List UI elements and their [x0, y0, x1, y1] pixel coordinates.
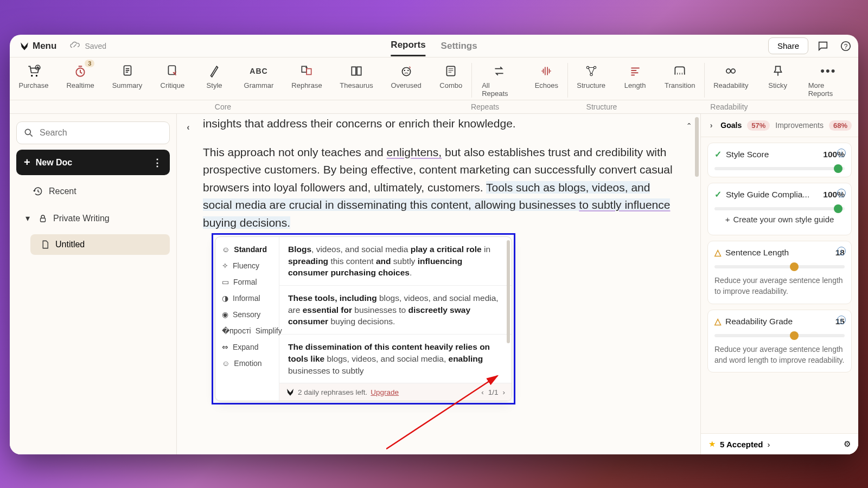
mode-expand[interactable]: ⇔Expand — [215, 339, 279, 355]
mode-simplify[interactable]: �простiSimplify — [215, 323, 279, 339]
tool-transition[interactable]: Transition — [656, 61, 704, 100]
pager-next-icon[interactable]: › — [503, 388, 506, 396]
pager-count: 1/1 — [488, 388, 499, 396]
menu-button[interactable]: Menu — [14, 38, 62, 54]
search-icon — [23, 127, 34, 138]
doc-line: insights that address their concerns or … — [203, 115, 680, 133]
smile-icon: ☺ — [222, 245, 229, 254]
left-sidebar: + New Doc ⋮ Recent ▾ Private Writing Unt… — [10, 114, 177, 454]
chat-icon: ◑ — [222, 294, 228, 303]
info-icon[interactable]: i — [837, 149, 846, 157]
plus-icon: + — [24, 156, 30, 169]
tool-summary[interactable]: Summary — [103, 61, 151, 100]
mode-sensory[interactable]: ◉Sensory — [215, 306, 279, 323]
realtime-badge: 3 — [85, 60, 94, 67]
card-style-score[interactable]: i ✓Style Score100% — [707, 143, 852, 177]
help-icon[interactable]: ? — [838, 38, 854, 54]
tool-readability[interactable]: Readability — [705, 61, 757, 100]
slider[interactable] — [714, 167, 845, 170]
info-icon[interactable]: i — [837, 247, 846, 255]
mode-informal[interactable]: ◑Informal — [215, 290, 279, 306]
suggestion-3[interactable]: The dissemination of this content heavil… — [279, 335, 512, 383]
tool-length[interactable]: Length — [615, 61, 656, 100]
chevron-down-icon: ▾ — [23, 213, 33, 223]
svg-text:?: ? — [844, 42, 848, 50]
file-icon — [40, 240, 50, 249]
svg-point-2 — [31, 75, 33, 76]
info-icon[interactable]: i — [837, 316, 846, 324]
sidebar-recent[interactable]: Recent — [26, 181, 170, 202]
tool-critique[interactable]: Critique — [151, 61, 194, 100]
slider[interactable] — [714, 265, 845, 268]
svg-point-12 — [407, 70, 409, 71]
tool-style[interactable]: Style — [194, 61, 235, 100]
lock-icon — [38, 214, 48, 223]
rephrase-mode-list: ☺Standard ✧Fluency ▭Formal ◑Informal ◉Se… — [215, 237, 279, 401]
suggestions-scrollbar[interactable] — [507, 240, 510, 343]
tool-echoes[interactable]: Echoes — [526, 61, 567, 100]
mode-formal[interactable]: ▭Formal — [215, 274, 279, 290]
svg-point-3 — [36, 75, 37, 76]
suggestion-2[interactable]: These tools, including blogs, videos, an… — [279, 286, 512, 335]
tool-overused[interactable]: Overused — [382, 61, 430, 100]
collapse-panel-icon[interactable]: › — [707, 119, 715, 131]
mode-fluency[interactable]: ✧Fluency — [215, 258, 279, 274]
card-sentence-length[interactable]: i △Sentence Length18 Reduce your average… — [707, 241, 852, 304]
tool-combo[interactable]: Combo — [430, 61, 471, 100]
card-readability-grade[interactable]: i △Readability Grade15 Reduce your avera… — [707, 310, 852, 373]
slider[interactable] — [714, 207, 845, 210]
comments-icon[interactable] — [815, 38, 831, 54]
create-style-guide[interactable]: +Create your own style guide — [714, 210, 845, 228]
new-doc-button[interactable]: + New Doc ⋮ — [16, 150, 170, 175]
accepted-footer[interactable]: ★ 5 Accepted › ⚙ — [701, 433, 858, 454]
share-button[interactable]: Share — [768, 37, 808, 54]
accepted-count: 5 Accepted — [720, 440, 763, 449]
svg-point-17 — [726, 69, 731, 73]
plus-icon: + — [725, 215, 730, 224]
mode-emotion[interactable]: ☺Emotion — [215, 355, 279, 371]
check-icon: ✓ — [714, 150, 722, 159]
mode-standard[interactable]: ☺Standard — [215, 241, 279, 258]
svg-point-16 — [590, 73, 592, 75]
menu-label: Menu — [33, 41, 56, 52]
editor-area: ‹ ˆ insights that address their concerns… — [177, 114, 701, 454]
rephrase-popup-annotation: ☺Standard ✧Fluency ▭Formal ◑Informal ◉Se… — [212, 233, 515, 404]
briefcase-icon: ▭ — [222, 278, 229, 286]
improvements-pct: 68% — [829, 120, 852, 131]
slider[interactable] — [714, 334, 845, 337]
tool-all-repeats[interactable]: All Repeats — [472, 61, 526, 100]
new-doc-more-icon[interactable]: ⋮ — [152, 157, 162, 169]
tool-realtime[interactable]: 3Realtime — [58, 61, 103, 100]
rephrase-quota: 2 daily rephrases left. — [298, 388, 367, 396]
tab-settings[interactable]: Settings — [441, 36, 477, 56]
tool-more-reports[interactable]: •••More Reports — [799, 61, 858, 100]
card-style-guide[interactable]: i ✓Style Guide Complia...100% +Create yo… — [707, 183, 852, 235]
sidebar-file-untitled[interactable]: Untitled — [30, 234, 170, 255]
tab-reports[interactable]: Reports — [391, 35, 425, 56]
suggestion-1[interactable]: Blogs, videos, and social media play a c… — [279, 237, 512, 286]
tool-sticky[interactable]: Sticky — [757, 61, 799, 100]
pager-prev-icon[interactable]: ‹ — [481, 388, 484, 396]
save-status: Saved — [69, 41, 106, 52]
tool-grammar[interactable]: ABCGrammar — [235, 61, 283, 100]
rephrase-footer: 2 daily rephrases left. Upgrade ‹ 1/1 › — [279, 383, 512, 401]
cloud-saved-icon — [69, 41, 80, 52]
settings-gear-icon[interactable]: ⚙ — [844, 439, 851, 449]
svg-point-10 — [402, 68, 410, 76]
tool-structure[interactable]: Structure — [568, 61, 615, 100]
document-body[interactable]: insights that address their concerns or … — [203, 115, 680, 232]
goals-panel: › Goals 57% Improvements 68% i ✓Style Sc… — [701, 114, 858, 454]
search-input[interactable] — [40, 128, 163, 138]
sparkle-icon: ✧ — [222, 261, 228, 270]
simplify-icon: �простi — [222, 326, 251, 335]
tool-thesaurus[interactable]: Thesaurus — [331, 61, 382, 100]
info-icon[interactable]: i — [837, 189, 846, 197]
app-window: Menu Saved Reports Settings Share ? Purc… — [10, 35, 858, 454]
rephrase-suggestions: Blogs, videos, and social media play a c… — [279, 237, 512, 401]
search-box[interactable] — [16, 121, 170, 144]
check-icon: ✓ — [714, 190, 722, 200]
tool-purchase[interactable]: Purchase — [10, 61, 58, 100]
upgrade-link[interactable]: Upgrade — [371, 388, 399, 396]
sidebar-private-writing[interactable]: ▾ Private Writing — [16, 208, 170, 229]
tool-rephrase[interactable]: Rephrase — [283, 61, 331, 100]
